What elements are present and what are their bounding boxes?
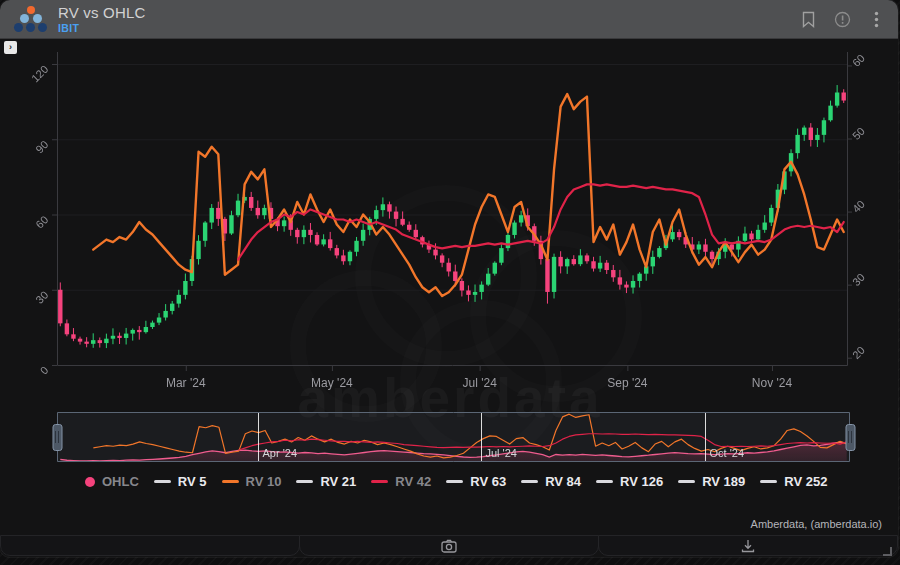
legend-item-rv-252[interactable]: RV 252 (760, 473, 827, 490)
legend-item-rv-126[interactable]: RV 126 (596, 473, 663, 490)
dash-marker (446, 480, 463, 483)
legend-item-rv-10[interactable]: RV 10 (222, 473, 282, 490)
dash-marker (678, 480, 695, 483)
bookmark-icon[interactable] (798, 9, 818, 29)
legend-label: RV 10 (246, 474, 282, 489)
dash-marker (371, 480, 388, 483)
dash-marker (296, 480, 313, 483)
screenshot-button[interactable] (299, 535, 599, 556)
legend-item-rv-21[interactable]: RV 21 (296, 473, 356, 490)
download-icon (741, 539, 755, 553)
kebab-menu-icon[interactable] (866, 9, 886, 29)
legend-label: RV 5 (178, 474, 207, 489)
camera-icon (441, 539, 457, 553)
dash-marker (521, 480, 538, 483)
legend-label: OHLC (102, 474, 139, 489)
legend-label: RV 252 (784, 474, 827, 489)
navigator-canvas[interactable] (0, 400, 898, 473)
dash-marker (596, 480, 613, 483)
legend-item-rv-42[interactable]: RV 42 (371, 473, 431, 490)
circle-marker (85, 477, 95, 487)
resize-handle[interactable] (883, 547, 892, 556)
toolbar-cell-empty[interactable] (0, 535, 300, 556)
credit-text: Amberdata, (amberdata.io) (751, 518, 882, 530)
legend-label: RV 189 (702, 474, 745, 489)
main-chart-canvas[interactable] (0, 38, 898, 400)
chart-widget-card: RV vs OHLC IBIT › amberdata OHLCRV 5RV 1… (0, 0, 898, 557)
download-button[interactable] (598, 535, 898, 556)
dash-marker (760, 480, 777, 483)
legend-item-ohlc[interactable]: OHLC (85, 473, 139, 490)
dash-marker (154, 480, 171, 483)
info-icon[interactable] (832, 9, 852, 29)
legend-label: RV 21 (320, 474, 356, 489)
page-title: RV vs OHLC (58, 5, 146, 20)
chart-legend: OHLCRV 5RV 10RV 21RV 42RV 63RV 84RV 126R… (85, 473, 880, 490)
legend-item-rv-63[interactable]: RV 63 (446, 473, 506, 490)
legend-label: RV 84 (545, 474, 581, 489)
legend-item-rv-84[interactable]: RV 84 (521, 473, 581, 490)
amberdata-logo-icon (14, 6, 48, 32)
symbol-label: IBIT (58, 23, 146, 34)
widget-header: RV vs OHLC IBIT (0, 0, 898, 39)
bottom-toolbar (0, 535, 898, 556)
legend-label: RV 63 (470, 474, 506, 489)
legend-label: RV 42 (395, 474, 431, 489)
legend-item-rv-189[interactable]: RV 189 (678, 473, 745, 490)
dash-marker (222, 480, 239, 483)
legend-item-rv-5[interactable]: RV 5 (154, 473, 207, 490)
legend-label: RV 126 (620, 474, 663, 489)
